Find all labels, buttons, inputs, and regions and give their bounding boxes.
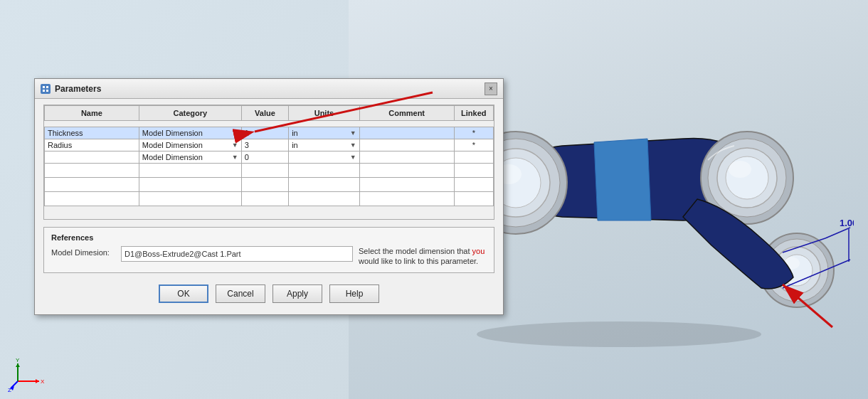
cell-linked-thickness: * — [454, 127, 493, 139]
axis-indicator: X Y Z — [7, 356, 50, 392]
cell-linked-empty — [454, 151, 493, 164]
dialog-buttons: OK Cancel Apply Help — [43, 282, 494, 309]
cell-name-thickness: Thickness — [45, 127, 139, 139]
cell-linked-radius: * — [454, 139, 493, 151]
svg-text:Z: Z — [8, 387, 11, 392]
help-button[interactable]: Help — [329, 284, 379, 303]
svg-rect-26 — [46, 86, 48, 88]
svg-text:Y: Y — [16, 357, 20, 363]
parameters-table: Name Category Value Units Comment Linked — [44, 105, 494, 121]
svg-marker-33 — [16, 363, 20, 367]
table-row-empty[interactable] — [45, 178, 494, 192]
svg-marker-30 — [36, 379, 39, 383]
cell-name-empty[interactable] — [45, 151, 139, 164]
svg-rect-28 — [46, 90, 48, 92]
dialog-body: Name Category Value Units Comment Linked… — [35, 99, 503, 314]
svg-point-0 — [477, 321, 761, 347]
table-row[interactable]: Radius Model Dimension ▼ 3 in ▼ — [45, 139, 494, 151]
svg-rect-25 — [43, 86, 45, 88]
cell-category-radius: Model Dimension ▼ — [139, 139, 241, 151]
apply-button[interactable]: Apply — [272, 284, 322, 303]
svg-line-35 — [11, 381, 18, 388]
svg-line-17 — [825, 228, 850, 238]
svg-text:1.00: 1.00 — [840, 218, 854, 228]
table-row[interactable]: Model Dimension ▼ 0 ▼ — [45, 151, 494, 164]
table-row-empty[interactable] — [45, 192, 494, 206]
col-header-category: Category — [139, 106, 241, 121]
col-header-linked: Linked — [454, 106, 493, 121]
col-header-comment: Comment — [359, 106, 454, 121]
col-header-name: Name — [45, 106, 139, 121]
svg-text:X: X — [41, 378, 45, 385]
references-title: References — [51, 233, 487, 242]
cell-units-empty: ▼ — [289, 151, 360, 164]
table-scroll-area: Thickness Model Dimension ▼ 1 in ▼ — [44, 127, 494, 219]
cell-value-thickness[interactable]: 1 — [241, 127, 288, 139]
cell-comment-empty[interactable] — [359, 151, 454, 164]
col-header-units: Units — [289, 106, 360, 121]
model-dimension-input[interactable] — [121, 246, 353, 262]
cancel-button[interactable]: Cancel — [216, 284, 265, 303]
cell-comment-radius[interactable] — [359, 139, 454, 151]
svg-rect-27 — [43, 90, 45, 92]
cell-category-thickness: Model Dimension ▼ — [139, 127, 241, 139]
cell-category-empty: Model Dimension ▼ — [139, 151, 241, 164]
parameters-dialog: Parameters × Name Category Value Units C… — [34, 78, 504, 315]
dialog-title-text: Parameters — [55, 84, 101, 94]
ok-button[interactable]: OK — [159, 284, 208, 303]
references-section: References Model Dimesion: Select the mo… — [43, 227, 494, 273]
cell-value-radius[interactable]: 3 — [241, 139, 288, 151]
cell-comment-thickness[interactable] — [359, 127, 454, 139]
references-row: Model Dimesion: Select the model dimensi… — [51, 246, 487, 267]
dialog-titlebar: Parameters × — [35, 79, 503, 99]
cell-value-empty[interactable]: 0 — [241, 151, 288, 164]
parameters-data-table: Thickness Model Dimension ▼ 1 in ▼ — [44, 127, 494, 206]
dialog-close-button[interactable]: × — [485, 83, 497, 95]
table-row[interactable]: Thickness Model Dimension ▼ 1 in ▼ — [45, 127, 494, 139]
parameters-icon — [41, 84, 51, 94]
col-header-value: Value — [241, 106, 288, 121]
ref-hint: Select the model dimension that you woul… — [359, 246, 487, 267]
svg-point-10 — [729, 161, 751, 178]
cell-units-thickness: in ▼ — [289, 127, 360, 139]
model-dimension-label: Model Dimesion: — [51, 246, 115, 257]
parameters-table-area: Name Category Value Units Comment Linked… — [43, 105, 494, 220]
dialog-title-left: Parameters — [41, 84, 101, 94]
cell-name-radius: Radius — [45, 139, 139, 151]
cell-units-radius: in ▼ — [289, 139, 360, 151]
table-row-empty[interactable] — [45, 164, 494, 178]
